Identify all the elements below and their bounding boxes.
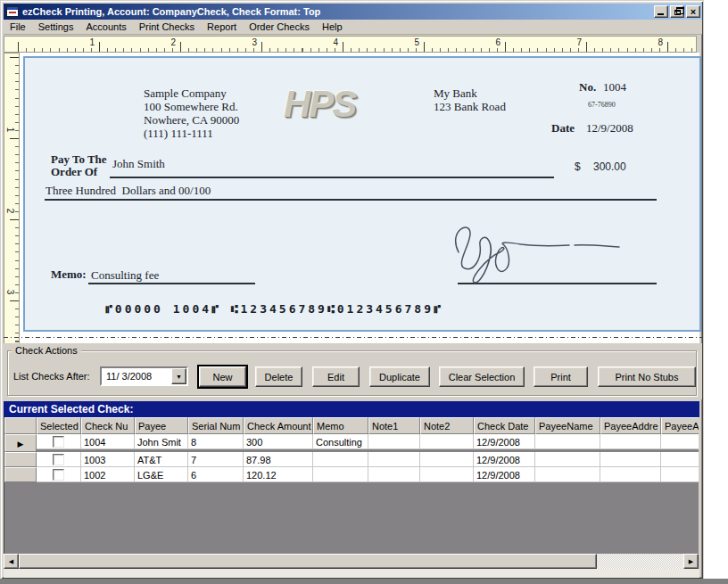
- list-after-date-combobox[interactable]: 11/ 3/2008 ▼: [100, 366, 188, 386]
- print-no-stubs-button[interactable]: Print No Stubs: [598, 366, 696, 387]
- cell-check-date[interactable]: 12/9/2008: [474, 452, 535, 467]
- menu-accounts[interactable]: Accounts: [79, 21, 132, 33]
- cell-payee[interactable]: LG&E: [135, 467, 188, 482]
- cell-payee[interactable]: AT&T: [135, 452, 188, 467]
- menu-file[interactable]: File: [4, 21, 32, 33]
- cell-check-date[interactable]: 12/9/2008: [474, 467, 535, 482]
- new-button[interactable]: New: [199, 366, 246, 387]
- cell-payee[interactable]: John Smit: [135, 434, 188, 449]
- menu-order-checks[interactable]: Order Checks: [243, 21, 316, 33]
- menu-report[interactable]: Report: [201, 21, 243, 33]
- horizontal-scrollbar[interactable]: ◀ ▶: [4, 554, 699, 569]
- col-payee[interactable]: Payee: [135, 417, 188, 434]
- scroll-left-icon[interactable]: ◀: [4, 554, 19, 569]
- check-preview[interactable]: Sample Company 100 Somewhere Rd. Nowhere…: [23, 56, 701, 332]
- clear-selection-button[interactable]: Clear Selection: [439, 366, 525, 387]
- scrollbar-thumb[interactable]: [19, 554, 597, 569]
- check-amount: 300.00: [593, 160, 626, 173]
- pay-to-label: Pay To The Order Of: [51, 153, 107, 178]
- cell-memo[interactable]: [313, 467, 368, 482]
- cell-memo[interactable]: Consulting: [313, 434, 368, 449]
- scroll-right-icon[interactable]: ▶: [683, 554, 699, 569]
- cell-note1[interactable]: [368, 434, 420, 449]
- checks-grid: Selected Check Nu Payee Serial Num Check…: [4, 417, 699, 554]
- col-check-amount[interactable]: Check Amount: [244, 417, 313, 434]
- menu-help[interactable]: Help: [316, 21, 349, 33]
- cell-note1[interactable]: [368, 467, 420, 482]
- cell-payee-ac[interactable]: [661, 452, 699, 467]
- selected-cell[interactable]: [37, 452, 81, 467]
- ruler-number: 5: [409, 37, 419, 47]
- col-serial-num[interactable]: Serial Num: [188, 417, 244, 434]
- scrollbar-track[interactable]: [597, 554, 683, 569]
- cell-amount[interactable]: 120.12: [244, 467, 313, 482]
- cell-check-number[interactable]: 1002: [81, 467, 135, 482]
- cell-payee-ac[interactable]: [661, 467, 699, 482]
- app-window: ezCheck Printing, Account: CompanyCheck,…: [0, 0, 704, 580]
- col-check-date[interactable]: Check Date: [474, 417, 535, 434]
- vertical-ruler: 1 2 3: [4, 53, 20, 344]
- cell-note1[interactable]: [368, 452, 420, 467]
- col-check-number[interactable]: Check Nu: [81, 417, 135, 434]
- menu-print-checks[interactable]: Print Checks: [133, 21, 201, 33]
- close-icon: ×: [691, 6, 696, 17]
- cell-note2[interactable]: [420, 434, 474, 449]
- close-button[interactable]: ×: [686, 5, 700, 18]
- restore-button[interactable]: [670, 5, 684, 18]
- row-selector[interactable]: [4, 467, 37, 482]
- selected-cell[interactable]: [37, 467, 81, 482]
- company-logo: HPS: [284, 83, 355, 126]
- menu-settings[interactable]: Settings: [32, 21, 80, 33]
- col-memo[interactable]: Memo: [313, 417, 368, 434]
- col-payee-name[interactable]: PayeeName: [535, 417, 600, 434]
- cell-payee-name[interactable]: [535, 467, 600, 482]
- row-selector[interactable]: ▶: [4, 434, 37, 452]
- cell-payee-name[interactable]: [535, 452, 600, 467]
- cell-amount[interactable]: 87.98: [244, 452, 313, 467]
- cell-payee-ac[interactable]: [661, 434, 699, 449]
- cell-payee-addr[interactable]: [600, 452, 661, 467]
- checkbox[interactable]: [53, 469, 64, 481]
- ruler-number: 2: [165, 37, 176, 47]
- col-payee-addr[interactable]: PayeeAddre: [600, 417, 661, 434]
- row-selector[interactable]: [4, 452, 37, 467]
- col-payee-ac[interactable]: PayeeAc: [661, 417, 699, 434]
- payee-line: [110, 177, 554, 178]
- cell-payee-name[interactable]: [535, 434, 600, 449]
- checkbox[interactable]: [53, 454, 64, 465]
- cell-serial[interactable]: 8: [188, 434, 244, 449]
- minimize-button[interactable]: [654, 5, 668, 18]
- page-boundary-dashline: [4, 337, 702, 338]
- cell-check-date[interactable]: 12/9/2008: [474, 434, 535, 449]
- cell-memo[interactable]: [313, 452, 368, 467]
- col-note1[interactable]: Note1: [368, 417, 420, 434]
- delete-button[interactable]: Delete: [255, 366, 302, 387]
- print-button[interactable]: Print: [534, 366, 588, 387]
- company-address-block: Sample Company 100 Somewhere Rd. Nowhere…: [144, 86, 239, 140]
- table-row[interactable]: 1002 LG&E 6 120.12 12/9/2008: [4, 467, 699, 482]
- selected-cell[interactable]: [37, 434, 81, 449]
- cell-check-number[interactable]: 1003: [81, 452, 135, 467]
- check-number: 1004: [603, 80, 626, 95]
- cell-check-number[interactable]: 1004: [81, 434, 135, 449]
- checkbox[interactable]: [53, 436, 64, 448]
- table-row[interactable]: ▶ 1004 John Smit 8 300 Consulting 12/9/2…: [4, 434, 699, 452]
- signature-scribble: [444, 217, 649, 288]
- cell-serial[interactable]: 7: [188, 452, 244, 467]
- table-row[interactable]: 1003 AT&T 7 87.98 12/9/2008: [4, 452, 699, 467]
- col-selected[interactable]: Selected: [37, 417, 81, 434]
- edit-button[interactable]: Edit: [312, 366, 360, 387]
- chevron-down-icon[interactable]: ▼: [171, 368, 186, 384]
- cell-payee-addr[interactable]: [600, 467, 661, 482]
- cell-note2[interactable]: [420, 452, 474, 467]
- cell-note2[interactable]: [420, 467, 474, 482]
- col-note2[interactable]: Note2: [420, 417, 474, 434]
- bank-name: My Bank: [434, 86, 506, 100]
- duplicate-button[interactable]: Duplicate: [369, 366, 430, 387]
- cell-payee-addr[interactable]: [600, 434, 661, 449]
- dollar-sign: $: [575, 160, 581, 173]
- cell-amount[interactable]: 300: [244, 434, 313, 449]
- bank-block: My Bank 123 Bank Road: [434, 86, 506, 113]
- cell-serial[interactable]: 6: [188, 467, 244, 482]
- minimize-icon: [658, 13, 664, 15]
